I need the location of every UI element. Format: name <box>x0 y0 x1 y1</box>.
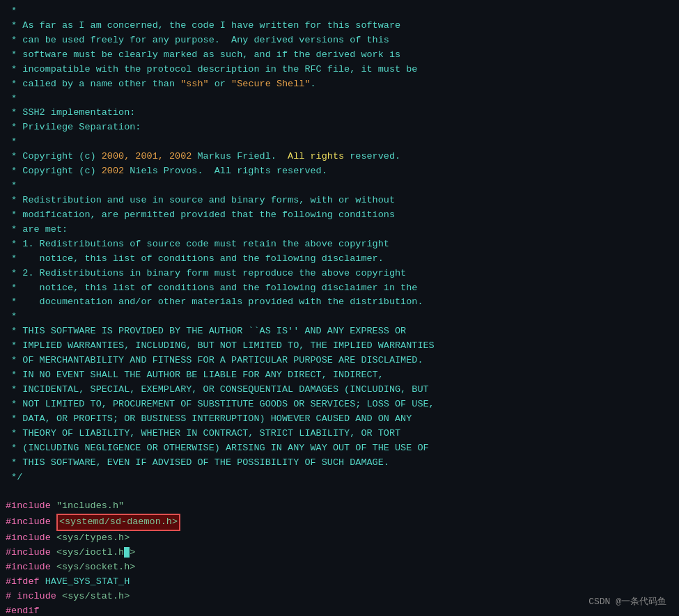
code-line: * <box>0 179 679 194</box>
code-editor: * * As far as I am concerned, the code I… <box>0 0 679 616</box>
code-line: * (INCLUDING NEGLIGENCE OR OTHERWISE) AR… <box>0 441 679 456</box>
code-line: * <box>0 135 679 150</box>
code-line: * notice, this list of conditions and th… <box>0 281 679 296</box>
code-line: * Privilege Separation: <box>0 120 679 135</box>
code-line: # include <sys/stat.h> <box>0 590 679 604</box>
code-line: #include "includes.h" <box>0 499 679 514</box>
code-line: * THIS SOFTWARE, EVEN IF ADVISED OF THE … <box>0 456 679 471</box>
code-line: * are met: <box>0 223 679 237</box>
code-line: * NOT LIMITED TO, PROCUREMENT OF SUBSTIT… <box>0 397 679 412</box>
code-line: * SSH2 implementation: <box>0 106 679 120</box>
code-line: #include <sys/socket.h> <box>0 560 679 575</box>
code-line: * <box>0 92 679 106</box>
code-line: #include <sys/ioctl.h > <box>0 546 679 560</box>
code-line: * notice, this list of conditions and th… <box>0 252 679 267</box>
code-line: * documentation and/or other materials p… <box>0 295 679 310</box>
code-line: * THIS SOFTWARE IS PROVIDED BY THE AUTHO… <box>0 324 679 339</box>
code-line: * can be used freely for any purpose. An… <box>0 33 679 48</box>
code-line: */ <box>0 471 679 485</box>
code-line: #include <sys/types.h> <box>0 531 679 546</box>
code-line: * <box>0 310 679 324</box>
code-line: * <box>0 4 679 19</box>
code-line: #ifdef HAVE_SYS_STAT_H <box>0 575 679 590</box>
code-line: * Copyright (c) 2000, 2001, 2002 Markus … <box>0 150 679 164</box>
code-line: * software must be clearly marked as suc… <box>0 48 679 63</box>
code-line: * As far as I am concerned, the code I h… <box>0 19 679 33</box>
code-line: * incompatible with the protocol descrip… <box>0 63 679 77</box>
code-line <box>0 484 679 499</box>
code-line: * Redistribution and use in source and b… <box>0 194 679 208</box>
code-line: * IN NO EVENT SHALL THE AUTHOR BE LIABLE… <box>0 368 679 383</box>
code-line: #include <systemd/sd-daemon.h> <box>0 514 679 531</box>
code-line: * modification, are permitted provided t… <box>0 208 679 223</box>
code-line: * OF MERCHANTABILITY AND FITNESS FOR A P… <box>0 354 679 368</box>
code-line: * INCIDENTAL, SPECIAL, EXEMPLARY, OR CON… <box>0 383 679 397</box>
code-line: * 2. Redistributions in binary form must… <box>0 267 679 281</box>
code-line: * DATA, OR PROFITS; OR BUSINESS INTERRUP… <box>0 412 679 427</box>
watermark-text: CSDN @一条代码鱼 <box>588 595 666 608</box>
code-line: #endif <box>0 604 679 616</box>
code-line: * IMPLIED WARRANTIES, INCLUDING, BUT NOT… <box>0 339 679 354</box>
code-line: * Copyright (c) 2002 Niels Provos. All r… <box>0 164 679 179</box>
code-line: * 1. Redistributions of source code must… <box>0 237 679 252</box>
code-line: * called by a name other than "ssh" or "… <box>0 77 679 92</box>
code-line: * THEORY OF LIABILITY, WHETHER IN CONTRA… <box>0 427 679 441</box>
